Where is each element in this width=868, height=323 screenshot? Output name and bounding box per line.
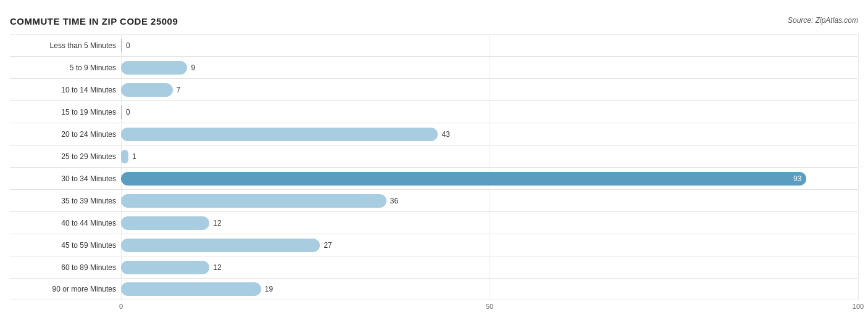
- grid-line: [858, 101, 859, 123]
- chart-title: COMMUTE TIME IN ZIP CODE 25009: [10, 16, 178, 27]
- bar-row: 40 to 44 Minutes12: [10, 211, 858, 234]
- bar: [121, 216, 209, 230]
- grid-line: [858, 123, 859, 145]
- bar-area: 9: [121, 57, 858, 78]
- grid-line: [858, 57, 859, 78]
- grid-line: [858, 279, 859, 300]
- bar: 93: [121, 172, 806, 186]
- grid-line: [490, 79, 490, 100]
- bar-label: Less than 5 Minutes: [10, 41, 121, 50]
- bar-area: 12: [121, 256, 858, 278]
- bar-area: 36: [121, 190, 858, 211]
- bar-row: 45 to 59 Minutes27: [10, 234, 858, 256]
- bar-row: 35 to 39 Minutes36: [10, 189, 858, 211]
- bar-value: 36: [390, 197, 398, 205]
- bar-area: 43: [121, 123, 858, 145]
- grid-line: [490, 234, 490, 256]
- bar-row: 25 to 29 Minutes1: [10, 145, 858, 167]
- bar: [121, 61, 187, 75]
- bar: [121, 282, 261, 296]
- chart-source: Source: ZipAtlas.com: [788, 16, 858, 25]
- bar-label: 15 to 19 Minutes: [10, 108, 121, 117]
- x-axis: 050100: [121, 303, 858, 315]
- bar-value: 43: [441, 130, 449, 139]
- bar-row: 10 to 14 Minutes7: [10, 78, 858, 100]
- x-tick-label: 100: [853, 303, 864, 310]
- bar-area: 0: [121, 101, 858, 123]
- bar-area: 0: [121, 35, 858, 56]
- bar-row: Less than 5 Minutes0: [10, 34, 858, 56]
- bar-label: 45 to 59 Minutes: [10, 241, 121, 250]
- bar-label: 35 to 39 Minutes: [10, 197, 121, 205]
- chart-body: Less than 5 Minutes05 to 9 Minutes910 to…: [10, 34, 858, 300]
- bar-row: 90 or more Minutes19: [10, 278, 858, 300]
- bar-row: 15 to 19 Minutes0: [10, 100, 858, 123]
- x-tick-label: 0: [119, 303, 123, 310]
- bar-area: 12: [121, 212, 858, 234]
- bar-value: 7: [177, 86, 181, 94]
- bar-value: 12: [213, 219, 221, 227]
- grid-line: [858, 35, 859, 56]
- bar-value: 0: [126, 108, 130, 117]
- bar: [121, 105, 122, 119]
- bar: [121, 128, 438, 141]
- grid-line: [490, 212, 490, 234]
- grid-line: [858, 79, 859, 100]
- grid-line: [858, 212, 859, 234]
- grid-line: [490, 57, 490, 78]
- grid-line: [858, 256, 859, 278]
- x-tick-label: 50: [486, 303, 493, 310]
- bar-row: 5 to 9 Minutes9: [10, 56, 858, 78]
- bar: [121, 83, 173, 97]
- bar-area: 19: [121, 279, 858, 300]
- grid-line: [858, 145, 859, 167]
- grid-line: [490, 35, 490, 56]
- bar-label: 25 to 29 Minutes: [10, 152, 121, 161]
- bar-area: 27: [121, 234, 858, 256]
- bar-area: 7: [121, 79, 858, 100]
- grid-line: [490, 256, 490, 278]
- grid-line: [858, 190, 859, 211]
- bar-label: 5 to 9 Minutes: [10, 63, 121, 72]
- bar-value: 9: [191, 63, 195, 72]
- grid-line: [490, 145, 490, 167]
- bar-value: 12: [213, 263, 221, 272]
- bar-value: 19: [265, 285, 273, 293]
- bar-value: 0: [126, 41, 130, 50]
- bar-value: 27: [323, 241, 332, 250]
- grid-line: [490, 101, 490, 123]
- grid-line: [858, 234, 859, 256]
- bar-label: 30 to 34 Minutes: [10, 174, 121, 183]
- bar-label: 90 or more Minutes: [10, 285, 121, 293]
- bar: [121, 194, 386, 208]
- bar-label: 60 to 89 Minutes: [10, 263, 121, 272]
- bar-row: 60 to 89 Minutes12: [10, 256, 858, 278]
- bar-area: 93: [121, 168, 858, 189]
- grid-line: [490, 279, 490, 300]
- chart-container: COMMUTE TIME IN ZIP CODE 25009 Source: Z…: [10, 10, 858, 321]
- bar: [121, 261, 209, 274]
- bar-row: 20 to 24 Minutes43: [10, 123, 858, 145]
- grid-line: [490, 123, 490, 145]
- bar-value: 1: [132, 152, 136, 161]
- bar-label: 10 to 14 Minutes: [10, 86, 121, 94]
- bar: [121, 239, 320, 252]
- bar: [121, 39, 122, 52]
- bar-label: 40 to 44 Minutes: [10, 219, 121, 227]
- bar-label: 20 to 24 Minutes: [10, 130, 121, 139]
- bar-area: 1: [121, 145, 858, 167]
- bar-value: 93: [793, 174, 806, 183]
- grid-line: [490, 190, 490, 211]
- bar-row: 30 to 34 Minutes93: [10, 167, 858, 189]
- chart-header: COMMUTE TIME IN ZIP CODE 25009 Source: Z…: [10, 16, 858, 27]
- grid-line: [858, 168, 859, 189]
- bar: [121, 150, 128, 163]
